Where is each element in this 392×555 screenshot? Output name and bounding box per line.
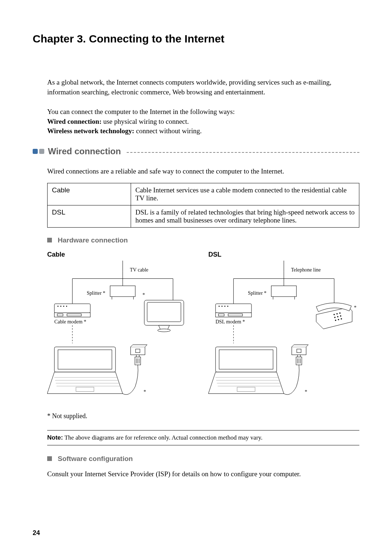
- svg-rect-9: [54, 303, 90, 313]
- wall-jack-icon: [292, 344, 309, 355]
- table-cell-desc: DSL is a family of related technologies …: [131, 205, 359, 227]
- diagram-title-dsl: DSL: [208, 251, 359, 258]
- svg-point-55: [334, 317, 335, 318]
- square-bullet-icon: [47, 238, 52, 242]
- footnote-not-supplied: * Not supplied.: [47, 412, 359, 420]
- wired-label: Wired connection:: [47, 118, 102, 125]
- svg-rect-22: [58, 350, 112, 369]
- table-row: DSL DSL is a family of related technolog…: [48, 205, 359, 227]
- svg-point-53: [336, 313, 338, 314]
- svg-rect-29: [136, 355, 139, 357]
- svg-point-59: [338, 319, 339, 320]
- wall-jack-icon: [131, 344, 147, 355]
- wired-desc: use physical wiring to connect.: [102, 118, 189, 125]
- svg-point-47: [221, 306, 222, 307]
- divider-dashed: [127, 152, 359, 153]
- svg-rect-18: [147, 302, 181, 321]
- square-bullet-icon: [47, 456, 52, 461]
- bullet-icon: [33, 149, 38, 154]
- svg-rect-68: [237, 387, 255, 391]
- svg-rect-10: [54, 313, 90, 317]
- svg-point-54: [339, 313, 340, 314]
- subsection-title: Hardware connection: [58, 236, 128, 244]
- svg-rect-41: [271, 286, 296, 297]
- svg-rect-6: [110, 286, 135, 297]
- section-title: Wired connection: [48, 146, 121, 156]
- svg-rect-45: [216, 313, 252, 317]
- svg-point-57: [340, 315, 341, 317]
- cable-diagram-svg: TV cable Splitter * * Cable modem *: [47, 261, 198, 404]
- table-row: Cable Cable Internet services use a cabl…: [48, 183, 359, 205]
- svg-rect-63: [219, 350, 273, 369]
- subsection-title: Software configuration: [58, 455, 133, 463]
- star-label: *: [142, 292, 145, 298]
- svg-point-60: [341, 318, 342, 319]
- tv-cable-label: TV cable: [130, 267, 148, 272]
- page-number: 24: [33, 529, 40, 537]
- splitter-label: Splitter *: [87, 290, 105, 296]
- svg-point-49: [227, 306, 228, 307]
- telephone-icon: [316, 303, 352, 329]
- dsl-diagram-svg: Telephone line Splitter * DSL modem *: [208, 261, 359, 404]
- laptop-icon: [47, 347, 123, 393]
- telephone-line-label: Telephone line: [291, 267, 321, 272]
- svg-rect-34: [136, 349, 140, 352]
- wired-body: Wired connections are a reliable and saf…: [47, 167, 359, 176]
- svg-rect-44: [216, 303, 252, 313]
- svg-point-56: [337, 316, 338, 317]
- note-text: The above diagrams are for reference onl…: [63, 434, 262, 441]
- section-bullets-icon: [33, 149, 44, 154]
- svg-rect-70: [298, 355, 301, 357]
- splitter-label: Splitter *: [248, 290, 266, 296]
- svg-point-52: [334, 314, 335, 315]
- cable-modem-label: Cable modem *: [54, 319, 86, 325]
- note-box: Note: The above diagrams are for referen…: [47, 430, 359, 445]
- section-header-wired: Wired connection: [33, 146, 359, 156]
- wireless-label: Wireless network technology:: [47, 127, 134, 135]
- bullet-icon: [39, 149, 44, 154]
- svg-point-48: [224, 306, 225, 307]
- svg-rect-75: [297, 349, 301, 352]
- svg-point-11: [57, 306, 58, 307]
- software-body: Consult your Internet Service Provider (…: [47, 469, 359, 479]
- table-cell-name: Cable: [48, 183, 131, 205]
- rj45-plug-icon: [135, 355, 141, 365]
- star-label: *: [305, 389, 307, 395]
- svg-point-46: [219, 306, 220, 307]
- subsection-header-software: Software configuration: [47, 455, 359, 463]
- intro-paragraph: As a global network, the Internet connec…: [47, 78, 359, 97]
- rj45-plug-icon: [296, 355, 302, 365]
- svg-rect-27: [76, 387, 94, 391]
- table-cell-desc: Cable Internet services use a cable mode…: [131, 183, 359, 205]
- ways-intro: You can connect the computer to the Inte…: [47, 108, 235, 115]
- svg-point-19: [158, 329, 171, 332]
- diagram-title-cable: Cable: [47, 251, 198, 258]
- dsl-modem-label: DSL modem *: [216, 319, 245, 325]
- star-label: *: [143, 389, 146, 395]
- svg-point-12: [60, 306, 61, 307]
- chapter-title: Chapter 3. Connecting to the Internet: [33, 33, 359, 45]
- hardware-diagrams: Cable TV cable Splitter * * Cable modem …: [47, 251, 359, 406]
- svg-point-13: [63, 306, 64, 307]
- star-label: *: [354, 305, 356, 310]
- connection-ways: You can connect the computer to the Inte…: [47, 107, 359, 136]
- svg-point-14: [66, 306, 67, 307]
- subsection-header-hardware: Hardware connection: [47, 236, 359, 244]
- svg-point-58: [335, 319, 336, 321]
- connection-types-table: Cable Cable Internet services use a cabl…: [47, 183, 359, 228]
- table-cell-name: DSL: [48, 205, 131, 227]
- diagram-cable: Cable TV cable Splitter * * Cable modem …: [47, 251, 198, 406]
- diagram-dsl: DSL Telephone line Splitter * DSL modem …: [208, 251, 359, 406]
- laptop-icon: [208, 347, 284, 393]
- note-label: Note:: [47, 434, 63, 441]
- wireless-desc: connect without wiring.: [134, 127, 202, 135]
